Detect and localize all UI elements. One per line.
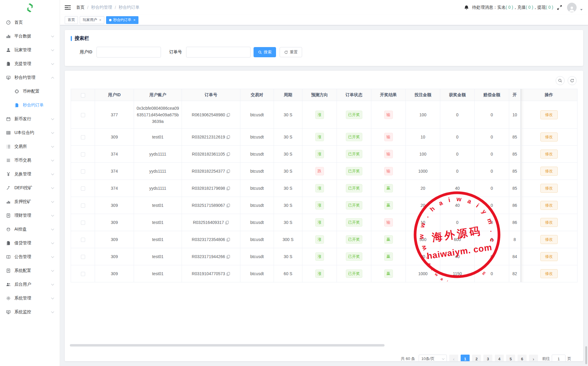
cell-compensation: 0 <box>475 231 509 248</box>
tag-tab-2[interactable]: 秒合约订单× <box>106 16 138 24</box>
avatar[interactable] <box>567 3 577 12</box>
cell-win-amount: 0 <box>440 146 475 163</box>
sidebar-item-12[interactable]: 理财管理 <box>0 209 60 222</box>
tag-tab-0[interactable]: 首页 <box>65 16 78 24</box>
sidebar-item-16[interactable]: 系统配置 <box>0 264 60 278</box>
edit-button[interactable]: 修改 <box>540 110 558 119</box>
copy-icon[interactable] <box>226 169 230 173</box>
row-checkbox[interactable] <box>81 204 85 208</box>
cell-pair: btcusdt <box>240 197 274 214</box>
sidebar-item-10[interactable]: DEFI挖矿 <box>0 181 60 195</box>
result-tag: 赢 <box>384 235 393 244</box>
sidebar-item-14[interactable]: 借贷管理 <box>0 236 60 250</box>
vertical-scrollbar[interactable] <box>585 346 587 364</box>
goto-page-input[interactable] <box>552 355 566 361</box>
tag-tab-1[interactable]: 玩家用户× <box>80 16 104 24</box>
reset-button[interactable]: 重置 <box>280 47 302 57</box>
page-button-6[interactable]: 6 <box>518 355 527 361</box>
row-checkbox[interactable] <box>81 221 85 225</box>
cell-order-no: R032516409317 <box>193 220 224 225</box>
copy-icon[interactable] <box>226 204 230 207</box>
sidebar-item-3[interactable]: 充提管理 <box>0 57 60 71</box>
edit-button[interactable]: 修改 <box>540 150 558 159</box>
edit-button[interactable]: 修改 <box>540 269 558 278</box>
copy-icon[interactable] <box>226 255 230 259</box>
copy-icon[interactable] <box>226 272 230 276</box>
sidebar-item-19[interactable]: 系统监控 <box>0 305 60 319</box>
page-button-5[interactable]: 5 <box>506 355 515 361</box>
page-button-1[interactable]: 1 <box>461 355 470 361</box>
row-checkbox[interactable] <box>81 113 85 117</box>
cell-period: 30 S <box>274 248 302 265</box>
sidebar-item-15[interactable]: 公告管理 <box>0 250 60 264</box>
row-checkbox[interactable] <box>81 135 85 139</box>
bell-icon[interactable] <box>464 5 469 10</box>
row-checkbox[interactable] <box>81 152 85 156</box>
edit-button[interactable]: 修改 <box>540 184 558 193</box>
edit-button[interactable]: 修改 <box>540 252 558 261</box>
page-button-2[interactable]: 2 <box>472 355 481 361</box>
edit-button[interactable]: 修改 <box>540 218 558 227</box>
tab-close-icon[interactable]: × <box>99 18 101 22</box>
page-size-select[interactable]: 10条/页 <box>419 355 447 361</box>
copy-icon[interactable] <box>226 135 230 139</box>
copy-icon[interactable] <box>226 113 230 117</box>
sidebar-subitem-4-1[interactable]: 秒合约订单 <box>0 98 60 112</box>
sidebar-item-6[interactable]: U本位合约 <box>0 126 60 140</box>
copy-icon[interactable] <box>226 186 230 190</box>
next-page-button[interactable]: › <box>529 355 538 361</box>
sidebar-item-7[interactable]: 交易所 <box>0 140 60 153</box>
order-no-input[interactable] <box>186 47 251 58</box>
sidebar-item-label: 后台用户 <box>14 282 52 287</box>
copy-icon[interactable] <box>225 221 229 225</box>
edit-button[interactable]: 修改 <box>540 167 558 176</box>
cell-period: 30 S <box>274 146 302 163</box>
copy-icon[interactable] <box>226 238 230 242</box>
sidebar-item-2[interactable]: 玩家管理 <box>0 43 60 57</box>
select-all-checkbox[interactable] <box>81 93 85 97</box>
edit-button[interactable]: 修改 <box>540 201 558 210</box>
sidebar-subitem-4-0[interactable]: 币种配置 <box>0 85 60 98</box>
fullscreen-icon[interactable] <box>557 5 562 10</box>
search-button[interactable]: 搜索 <box>254 47 276 57</box>
sidebar-item-8[interactable]: 币币交易 <box>0 153 60 167</box>
table-search-tool-button[interactable] <box>556 76 565 85</box>
goto-page: 前往页 <box>542 355 571 361</box>
edit-button[interactable]: 修改 <box>540 235 558 244</box>
sidebar-item-13[interactable]: AI控盘 <box>0 222 60 236</box>
table-refresh-tool-button[interactable] <box>568 76 577 85</box>
breadcrumb-item-0[interactable]: 首页 <box>76 5 85 10</box>
sidebar-item-5[interactable]: 新币发行 <box>0 112 60 126</box>
horizontal-scrollbar[interactable] <box>70 344 385 347</box>
page-button-3[interactable]: 3 <box>483 355 492 361</box>
user-menu-caret-icon[interactable] <box>580 9 583 10</box>
user-id-input[interactable] <box>97 47 161 58</box>
page-button-4[interactable]: 4 <box>495 355 504 361</box>
book-open-icon <box>6 254 11 259</box>
hamburger-icon[interactable] <box>65 5 71 10</box>
copy-icon[interactable] <box>226 152 230 156</box>
sidebar-item-0[interactable]: 首页 <box>0 16 60 29</box>
notice-item-label[interactable]: 实名 <box>497 5 506 10</box>
cell-pair: btcusdt <box>240 248 274 265</box>
prev-page-button[interactable]: ‹ <box>449 355 458 361</box>
row-checkbox[interactable] <box>81 272 85 276</box>
sidebar-item-17[interactable]: 后台用户 <box>0 278 60 291</box>
chevron-down-icon <box>51 117 54 120</box>
sidebar-item-1[interactable]: 平台数据 <box>0 29 60 43</box>
table-header-row: 用户ID用户账户订单号交易对周期预测方向订单状态开奖结果投注金额获奖金额赔偿金额… <box>71 89 578 101</box>
edit-button[interactable]: 修改 <box>540 132 558 141</box>
sidebar-item-4[interactable]: 秒合约管理 <box>0 71 60 85</box>
row-checkbox[interactable] <box>81 186 85 191</box>
row-checkbox[interactable] <box>81 255 85 259</box>
row-checkbox[interactable] <box>81 238 85 242</box>
sidebar-item-9[interactable]: 兑换管理 <box>0 167 60 181</box>
cell-period: 30 S <box>274 129 302 146</box>
row-checkbox[interactable] <box>81 169 85 174</box>
notice-item-label[interactable]: 充值 <box>517 5 526 10</box>
notice-item-label[interactable]: 提现 <box>537 5 546 10</box>
sidebar-item-18[interactable]: 系统管理 <box>0 291 60 305</box>
sidebar-item-11[interactable]: 质押挖矿 <box>0 195 60 209</box>
tab-close-icon[interactable]: × <box>133 18 135 22</box>
main-area: 首页/秒合约管理/秒合约订单 待处理消息：实名( 0 )，充值( 0 )，提现(… <box>60 0 588 366</box>
